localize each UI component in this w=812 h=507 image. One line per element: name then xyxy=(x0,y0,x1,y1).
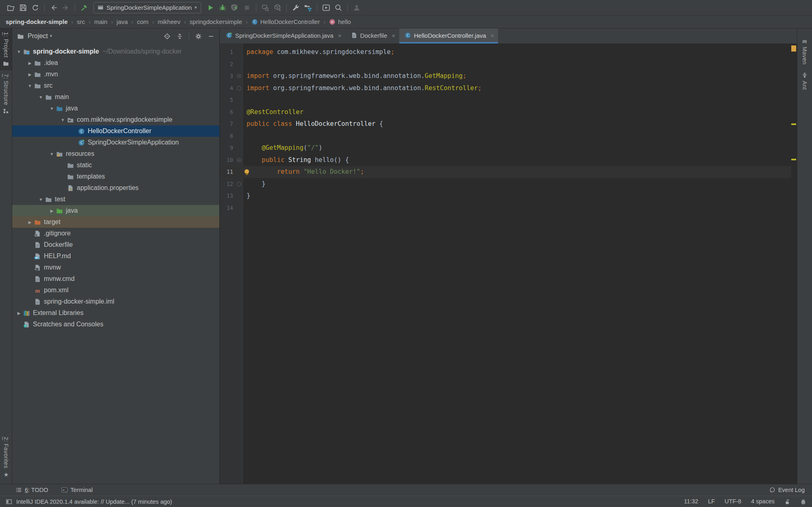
fold-end-icon[interactable] xyxy=(237,86,241,91)
code-line-10[interactable]: 10− public String hello() { xyxy=(220,154,791,166)
run-button[interactable] xyxy=(204,2,217,13)
tree-item-mvnw[interactable]: mvnw xyxy=(12,262,219,273)
toolwindow-button-6-todo[interactable]: 6: TODO xyxy=(15,487,48,493)
line-number[interactable]: 7 xyxy=(220,118,234,130)
tree-item--mvn[interactable]: ▶.mvn xyxy=(12,69,219,80)
settings-button[interactable] xyxy=(290,2,302,13)
code-line-7[interactable]: 7public class HelloDockerController { xyxy=(220,118,791,130)
project-panel-title[interactable]: Project xyxy=(28,32,48,40)
line-number[interactable]: 10 xyxy=(220,154,234,166)
caret-position[interactable]: 11:32 xyxy=(684,498,698,505)
code-line-12[interactable]: 12 } xyxy=(220,178,791,190)
tree-item-dockerfile[interactable]: Dockerfile xyxy=(12,239,219,250)
tree-item-scratches-and-consoles[interactable]: Scratches and Consoles xyxy=(12,319,219,330)
tree-item--gitignore[interactable]: .gitignore xyxy=(12,228,219,239)
editor-tab-hellodockercontroller-java[interactable]: CHelloDockerController.java× xyxy=(399,28,498,43)
tree-item-static[interactable]: static xyxy=(12,160,219,171)
hide-button[interactable] xyxy=(208,32,214,39)
line-number[interactable]: 1 xyxy=(220,46,234,58)
toolwindow-button-maven[interactable]: mMaven xyxy=(797,34,812,68)
sync-button[interactable] xyxy=(29,2,41,13)
toolwindow-button-7-structure[interactable]: 7: Structure xyxy=(0,70,12,118)
breadcrumb-item[interactable]: src xyxy=(77,18,85,25)
coverage-button[interactable] xyxy=(229,2,241,13)
code-line-5[interactable]: 5 xyxy=(220,94,791,106)
line-number[interactable]: 2 xyxy=(220,58,234,71)
toolwindow-button-event-log[interactable]: Event Log xyxy=(769,487,805,493)
tree-item-templates[interactable]: templates xyxy=(12,171,219,182)
tree-item-com-mikheev-springdockersimple[interactable]: ▼com.mikheev.springdockersimple xyxy=(12,114,219,125)
line-number[interactable]: 9 xyxy=(220,142,234,154)
tree-item-help-md[interactable]: MDHELP.md xyxy=(12,250,219,262)
line-number[interactable]: 4 xyxy=(220,82,234,95)
save-button[interactable] xyxy=(17,2,29,13)
run-configuration-select[interactable]: SpringDockerSimpleApplication▾ xyxy=(93,2,201,13)
close-icon[interactable]: × xyxy=(491,32,494,39)
fold-start-icon[interactable]: − xyxy=(237,74,241,78)
tree-item--idea[interactable]: ▶.idea xyxy=(12,57,219,69)
structure-button[interactable] xyxy=(302,2,314,13)
tree-item-external-libraries[interactable]: ▶External Libraries xyxy=(12,307,219,319)
line-number[interactable]: 13 xyxy=(220,190,234,202)
chevron-down-icon[interactable]: ▼ xyxy=(37,95,45,99)
code-line-4[interactable]: 4import org.springframework.web.bind.ann… xyxy=(220,82,791,95)
code-line-14[interactable]: 14 xyxy=(220,202,791,214)
open-button[interactable] xyxy=(5,2,17,13)
chevron-down-icon[interactable]: ▼ xyxy=(37,197,45,202)
toolwindow-button-ant[interactable]: Ant xyxy=(797,68,812,93)
breadcrumb-item[interactable]: springdockersimple xyxy=(190,18,242,25)
locate-button[interactable] xyxy=(164,32,171,39)
line-number[interactable]: 12 xyxy=(220,178,234,190)
warning-stripe-mark[interactable] xyxy=(791,123,796,125)
toolwindow-button-1-project[interactable]: 1: Project xyxy=(0,28,12,70)
fold-end-icon[interactable] xyxy=(237,182,241,186)
tree-item-spring-docker-simple[interactable]: ▼spring-docker-simple~/Downloads/spring-… xyxy=(12,46,219,57)
code-line-2[interactable]: 2 xyxy=(220,58,791,71)
chevron-down-icon[interactable]: ▼ xyxy=(15,50,23,54)
toolwindow-button-terminal[interactable]: >_Terminal xyxy=(61,487,93,493)
hector-icon[interactable] xyxy=(800,498,806,505)
chevron-right-icon[interactable]: ▶ xyxy=(26,72,34,77)
code-line-13[interactable]: 13} xyxy=(220,190,791,202)
breadcrumb-item[interactable]: CHelloDockerController xyxy=(251,18,320,25)
breadcrumb-item[interactable]: mhello xyxy=(329,18,351,25)
code-editor[interactable]: 1package com.mikheev.springdockersimple;… xyxy=(220,43,791,484)
line-number[interactable]: 3 xyxy=(220,70,234,82)
gear-button[interactable] xyxy=(195,32,202,39)
file-encoding[interactable]: UTF-8 xyxy=(725,498,741,505)
lock-icon[interactable] xyxy=(784,498,790,505)
code-line-8[interactable]: 8 xyxy=(220,130,791,142)
chevron-right-icon[interactable]: ▶ xyxy=(48,209,56,213)
chevron-right-icon[interactable]: ▶ xyxy=(26,61,34,65)
chevron-right-icon[interactable]: ▶ xyxy=(26,220,34,224)
layout-icon[interactable] xyxy=(6,498,12,505)
chevron-down-icon[interactable]: ▼ xyxy=(58,118,67,122)
tree-item-target[interactable]: ▶target xyxy=(12,216,219,228)
line-number[interactable]: 6 xyxy=(220,106,234,119)
close-icon[interactable]: × xyxy=(392,32,395,39)
build-button[interactable] xyxy=(78,2,90,13)
line-separator[interactable]: LF xyxy=(708,498,715,505)
warning-stripe-mark[interactable] xyxy=(791,159,796,160)
line-number[interactable]: 11 xyxy=(220,166,234,178)
line-number[interactable]: 8 xyxy=(220,130,234,142)
back-button[interactable] xyxy=(48,2,60,13)
editor-tab-springdockersimpleapplication-java[interactable]: CSpringDockerSimpleApplication.java× xyxy=(221,28,346,43)
chevron-down-icon[interactable]: ▼ xyxy=(48,106,56,111)
breadcrumb-item[interactable]: main xyxy=(94,18,108,25)
line-number[interactable]: 14 xyxy=(220,202,234,214)
tree-item-main[interactable]: ▼main xyxy=(12,91,219,103)
chevron-down-icon[interactable]: ▼ xyxy=(26,84,34,88)
code-line-3[interactable]: 3−import org.springframework.web.bind.an… xyxy=(220,70,791,82)
tree-item-hellodockercontroller[interactable]: CHelloDockerController xyxy=(12,125,219,137)
code-line-9[interactable]: 9 @GetMapping("/") xyxy=(220,142,791,154)
code-line-1[interactable]: 1package com.mikheev.springdockersimple; xyxy=(220,46,791,58)
editor-tab-dockerfile[interactable]: Dockerfile× xyxy=(346,28,399,43)
breadcrumb-item[interactable]: com xyxy=(137,18,148,25)
code-line-11[interactable]: 11 return "Hello Docker!"; xyxy=(220,166,791,178)
intention-bulb-icon[interactable] xyxy=(244,169,249,175)
search-button[interactable] xyxy=(332,2,344,13)
debug-button[interactable] xyxy=(217,2,229,13)
status-message[interactable]: IntelliJ IDEA 2020.1.4 available: // Upd… xyxy=(16,498,172,505)
breadcrumb-item[interactable]: java xyxy=(117,18,128,25)
